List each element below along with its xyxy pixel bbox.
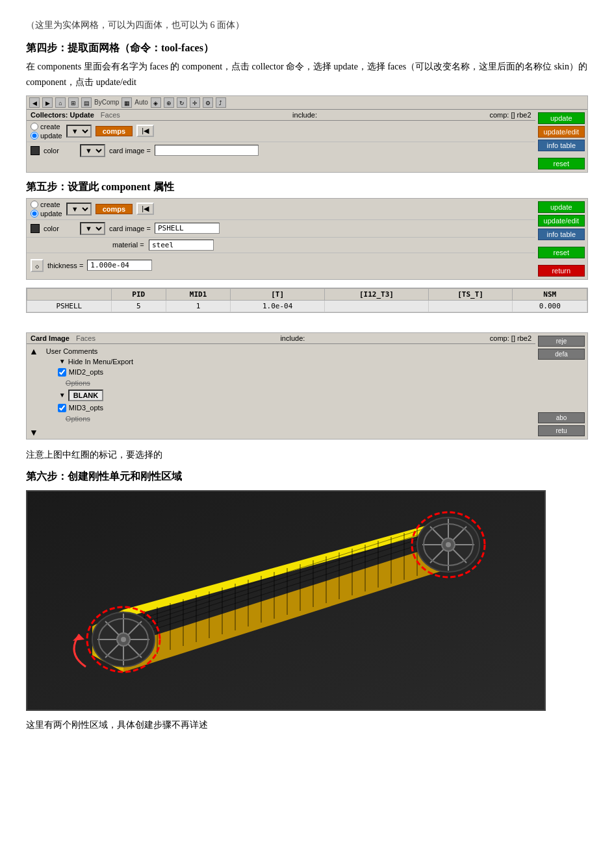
mid3-opts-label: MID3_opts [69, 404, 103, 412]
comp-label: comp: [] rbe2 [489, 111, 531, 119]
options2-item[interactable]: Options [60, 414, 535, 424]
scroll-down-icon[interactable]: ▼ [29, 427, 38, 438]
mid3-opts-row[interactable]: MID3_opts [54, 403, 535, 414]
p2-info-table-btn[interactable]: info table [538, 229, 585, 240]
return-btn3[interactable]: retu [538, 425, 585, 436]
p2-create-radio-input[interactable] [31, 201, 38, 208]
panel1-toolbar: ◀ ▶ ⌂ ⊞ ▤ ByComp ▦ Auto ◈ ⊕ ↻ ✛ ⚙ ⤴ [27, 96, 587, 110]
update-btn[interactable]: update [538, 112, 585, 124]
reject-btn[interactable]: reje [538, 336, 585, 347]
p2-card-image-input[interactable] [155, 223, 220, 234]
p2-material-row: material = [27, 238, 535, 253]
col-header-blank [27, 288, 112, 300]
color-card-row: color ▼ card image = [27, 142, 535, 159]
update-radio-input[interactable] [31, 132, 38, 140]
panel3-comp-label: comp: [] rbe2 [490, 334, 531, 342]
create-radio-input[interactable] [31, 123, 38, 130]
panel3-include-label: include: [280, 334, 305, 342]
color-box[interactable] [31, 146, 40, 155]
scroll-down-row: ▼ [27, 426, 535, 439]
update-radio[interactable]: update [31, 132, 62, 140]
back-icon[interactable]: ◀ [29, 97, 40, 108]
p2-update-radio[interactable]: update [31, 210, 62, 217]
comments-content: User Comments ▼ Hide In Menu/Export MID2… [41, 346, 535, 424]
auto-label: Auto [134, 99, 148, 106]
p2-color-label: color [44, 225, 76, 232]
create-radio[interactable]: create [31, 123, 62, 130]
pshell-mid1: 1 [166, 300, 230, 312]
export-icon[interactable]: ⤴ [216, 97, 226, 108]
color-select[interactable]: ▼ [80, 144, 105, 157]
p2-update-radio-label: update [40, 210, 62, 217]
rotate-icon[interactable]: ↻ [177, 97, 187, 108]
default-btn[interactable]: defa [538, 349, 585, 360]
p2-select[interactable]: ▼ [66, 203, 92, 216]
component-props-panel: create update ▼ comps |◀ color ▼ [26, 198, 588, 280]
p2-update-btn[interactable]: update [538, 201, 585, 213]
blank-row: ▼ BLANK [54, 388, 535, 403]
user-comments-item: User Comments [41, 346, 535, 356]
p2-update-radio-input[interactable] [31, 210, 38, 217]
tool-icon[interactable]: ▤ [81, 97, 92, 108]
panel3-main: Card Image Faces include: comp: [] rbe2 … [27, 333, 587, 439]
step4-title: 第四步：提取面网格（命令：tool-faces） [26, 42, 588, 55]
create-update-select[interactable]: ▼ [66, 125, 92, 138]
p2-pipe-btn[interactable]: |◀ [136, 203, 154, 215]
p2-color-box[interactable] [31, 224, 40, 233]
options1-item[interactable]: Options [60, 378, 535, 388]
panel3-buttons: reje defa abo retu [535, 333, 587, 439]
p2-create-update-row: create update ▼ comps |◀ [27, 199, 535, 220]
mid2-checkbox[interactable] [58, 368, 66, 377]
p2-update-edit-btn[interactable]: update/edit [538, 215, 585, 227]
home-icon[interactable]: ⌂ [55, 97, 66, 108]
zoom-icon[interactable]: ⊕ [164, 97, 174, 108]
pshell-name: PSHELL [27, 300, 112, 312]
collectors-update-label: Collectors: Update [31, 111, 94, 119]
reset-btn[interactable]: reset [538, 158, 585, 169]
p2-reset-btn[interactable]: reset [538, 247, 585, 258]
step4-desc: 在 components 里面会有名字为 faces 的 component，点… [26, 59, 588, 90]
pshell-i12t3 [324, 300, 428, 312]
p2-material-label: material = [112, 241, 145, 249]
comp-icon[interactable]: ▦ [122, 97, 132, 108]
move-icon[interactable]: ✛ [190, 97, 200, 108]
abort-btn[interactable]: abo [538, 412, 585, 423]
faces-tab-label[interactable]: Faces [101, 111, 120, 119]
card-image-label: Card Image [31, 334, 70, 342]
col-pid: PID [111, 288, 166, 300]
panel3-faces-label: Faces [76, 334, 96, 342]
forward-icon[interactable]: ▶ [42, 97, 53, 108]
grid-icon[interactable]: ⊞ [68, 97, 79, 108]
intro-text: （这里为实体网格，可以为四面体，也可以为 6 面体） [26, 19, 588, 31]
info-table-btn[interactable]: info table [538, 140, 585, 151]
p2-material-input[interactable] [149, 240, 214, 251]
expand-icon[interactable]: ▲ [27, 346, 41, 356]
pshell-t: 1.0e-04 [231, 300, 325, 312]
p2-color-select[interactable]: ▼ [80, 222, 105, 235]
mid3-checkbox[interactable] [58, 404, 66, 412]
panel3-header: Card Image Faces include: comp: [] rbe2 [27, 333, 535, 344]
user-comments-label: User Comments [46, 347, 97, 355]
mid2-opts-row[interactable]: MID2_opts [54, 367, 535, 378]
step6-title: 第六步：创建刚性单元和刚性区域 [26, 470, 588, 484]
mid2-opts-label: MID2_opts [69, 368, 103, 376]
p2-create-radio[interactable]: create [31, 201, 62, 208]
pshell-table-panel: PID MID1 [T] [I12_T3] [TS_T] NSM PSHELL … [26, 288, 588, 313]
render-icon[interactable]: ◈ [151, 97, 161, 108]
panel1-main: Collectors: Update Faces include: comp: … [27, 110, 587, 172]
blank-btn[interactable]: BLANK [68, 390, 104, 401]
p2-thickness-input[interactable]: 1.000e-04 [87, 260, 152, 271]
card-image-input[interactable] [155, 145, 259, 156]
settings-icon[interactable]: ⚙ [203, 97, 213, 108]
p2-thickness-arrow[interactable]: ⬦ [31, 259, 44, 272]
hide-menu-item[interactable]: ▼ Hide In Menu/Export [54, 356, 535, 367]
pshell-pid: 5 [111, 300, 166, 312]
create-update-row: create update ▼ comps |◀ [27, 121, 535, 142]
p2-return-btn[interactable]: return [538, 265, 585, 277]
pipe-button[interactable]: |◀ [136, 125, 154, 137]
update-edit-btn[interactable]: update/edit [538, 126, 585, 138]
p2-comps-btn[interactable]: comps [96, 204, 133, 214]
bycomp-label: ByComp [94, 99, 119, 106]
dropdown-icon: ▼ [59, 358, 66, 365]
comps-button[interactable]: comps [96, 126, 133, 136]
